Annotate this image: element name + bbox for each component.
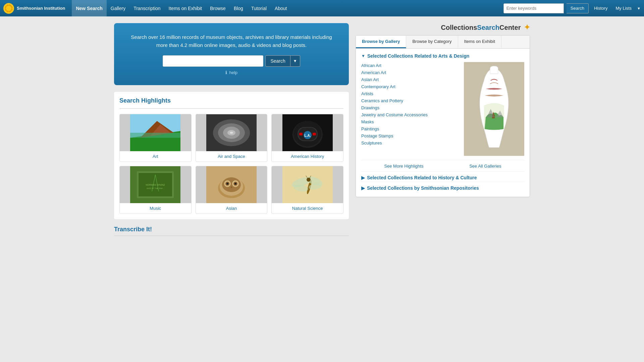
smithsonian-logo-sun — [3, 3, 14, 14]
help-text: help — [229, 70, 238, 75]
highlight-natural-science[interactable]: Natural Science — [271, 166, 343, 214]
nav-browse[interactable]: Browse — [206, 0, 230, 16]
arts-design-links: African Art American Art Asian Art Conte… — [361, 62, 459, 156]
nav-blog[interactable]: Blog — [230, 0, 247, 16]
svg-point-53 — [307, 178, 311, 182]
see-more-highlights-link[interactable]: See More Highlights — [384, 164, 423, 169]
tab-browse-gallery[interactable]: Browse by Gallery — [356, 36, 406, 48]
highlight-asian-image — [196, 166, 267, 203]
link-drawings[interactable]: Drawings — [361, 104, 459, 111]
left-panel: Search over 16 million records of museum… — [114, 23, 349, 236]
nav-search-input[interactable] — [503, 3, 564, 13]
repositories-arrow: ▶ — [361, 185, 365, 191]
search-row: Search ▼ — [127, 55, 335, 67]
repositories-section: ▶ Selected Collections by Smithsonian Re… — [361, 182, 524, 192]
csc-search-text: Search — [477, 24, 499, 31]
tab-items-on-exhibit[interactable]: Items on Exhibit — [458, 36, 502, 48]
svg-rect-28 — [313, 133, 316, 135]
link-postage-stamps[interactable]: Postage Stamps — [361, 132, 459, 139]
transcribe-title: Transcribe It! — [114, 226, 349, 233]
link-african-art[interactable]: African Art — [361, 62, 459, 69]
highlight-asian[interactable]: Asian — [196, 166, 268, 214]
nav-history-link[interactable]: History — [591, 6, 610, 11]
arts-design-section: ▼ Selected Collections Related to Arts &… — [361, 53, 524, 169]
nav-tutorial[interactable]: Tutorial — [247, 0, 271, 16]
svg-text:L.A.: L.A. — [304, 134, 311, 137]
arts-design-image — [464, 62, 524, 156]
history-culture-title: Selected Collections Related to History … — [367, 175, 477, 180]
csc-collections-text: Collections — [441, 24, 477, 31]
nav-about[interactable]: About — [271, 0, 291, 16]
arts-design-title: Selected Collections Related to Arts & D… — [367, 53, 469, 59]
highlight-art-label: Art — [150, 151, 161, 162]
search-dropdown-button[interactable]: ▼ — [290, 55, 300, 67]
arts-design-body: African Art American Art Asian Art Conte… — [361, 62, 524, 156]
nav-items-on-exhibit[interactable]: Items on Exhibit — [165, 0, 206, 16]
transcribe-divider — [114, 236, 349, 236]
main-search-button[interactable]: Search — [265, 55, 290, 67]
main-search-input[interactable] — [163, 55, 263, 67]
nav-gallery[interactable]: Gallery — [107, 0, 129, 16]
link-masks[interactable]: Masks — [361, 118, 459, 125]
svg-rect-27 — [299, 133, 303, 135]
right-panel: CollectionsSearchCenter ✦ Browse by Gall… — [356, 23, 530, 236]
csc-star-icon: ✦ — [524, 23, 530, 32]
see-links: See More Highlights See All Galleries — [361, 160, 524, 169]
highlights-grid: Art Air and Space — [119, 114, 343, 214]
tab-browse-category[interactable]: Browse by Category — [406, 36, 458, 48]
highlight-american-history-image: L.A. — [272, 114, 343, 151]
history-culture-section: ▶ Selected Collections Related to Histor… — [361, 171, 524, 182]
repositories-title: Selected Collections by Smithsonian Repo… — [367, 185, 479, 191]
see-all-galleries-link[interactable]: See All Galleries — [469, 164, 501, 169]
highlight-natural-science-image — [272, 166, 343, 203]
highlights-divider — [119, 108, 343, 109]
svg-point-45 — [234, 183, 236, 185]
nav-search-button[interactable]: Search — [567, 3, 589, 13]
highlight-air-label: Air and Space — [215, 151, 248, 162]
nav-new-search[interactable]: New Search — [72, 0, 106, 16]
link-artists[interactable]: Artists — [361, 90, 459, 97]
arts-design-header[interactable]: ▼ Selected Collections Related to Arts &… — [361, 53, 524, 59]
help-link[interactable]: ℹ help — [127, 70, 335, 75]
highlight-music-label: Music — [147, 203, 164, 214]
svg-line-8 — [5, 11, 6, 12]
nav-search-area: Search History My Lists ▼ — [503, 3, 641, 13]
csc-center-text: Center — [499, 24, 521, 31]
svg-line-6 — [11, 11, 12, 12]
transcribe-section: Transcribe It! — [114, 226, 349, 236]
highlight-music[interactable]: NORMAN GRANZ JAZZ AT THE PHI... Music — [119, 166, 192, 214]
link-asian-art[interactable]: Asian Art — [361, 76, 459, 83]
highlight-american-history-label: American History — [288, 151, 327, 162]
nav-my-lists-link[interactable]: My Lists — [613, 6, 634, 11]
history-culture-header[interactable]: ▶ Selected Collections Related to Histor… — [361, 175, 524, 180]
nav-transcription[interactable]: Transcription — [129, 0, 164, 16]
link-american-art[interactable]: American Art — [361, 69, 459, 76]
history-culture-arrow: ▶ — [361, 175, 365, 180]
arts-design-arrow: ▼ — [361, 54, 365, 58]
highlight-american-history[interactable]: L.A. American History — [271, 114, 343, 162]
tabs: Browse by Gallery Browse by Category Ite… — [356, 36, 530, 49]
gallery-content: ▼ Selected Collections Related to Arts &… — [356, 49, 530, 197]
highlight-air-space[interactable]: Air and Space — [196, 114, 268, 162]
help-icon: ℹ — [225, 70, 227, 75]
search-btn-group: Search ▼ — [265, 55, 300, 67]
right-content-panel: Browse by Gallery Browse by Category Ite… — [356, 35, 530, 197]
svg-point-0 — [6, 6, 11, 11]
highlight-art[interactable]: Art — [119, 114, 192, 162]
svg-line-5 — [5, 5, 6, 6]
link-jewelry[interactable]: Jewelry and Costume Accessories — [361, 111, 459, 118]
link-contemporary-art[interactable]: Contemporary Art — [361, 83, 459, 90]
highlights-title: Search Highlights — [119, 97, 343, 104]
repositories-header[interactable]: ▶ Selected Collections by Smithsonian Re… — [361, 185, 524, 191]
search-description: Search over 16 million records of museum… — [127, 33, 335, 49]
logo-text: Smithsonian Institution — [17, 6, 65, 11]
right-logo: CollectionsSearchCenter ✦ — [356, 23, 530, 32]
svg-text:JAZZ AT THE PHI...: JAZZ AT THE PHI... — [147, 187, 164, 189]
svg-text:NORMAN GRANZ: NORMAN GRANZ — [146, 184, 165, 186]
svg-rect-13 — [130, 133, 180, 138]
link-paintings[interactable]: Paintings — [361, 125, 459, 132]
highlights-section: Search Highlights Art — [114, 92, 349, 219]
link-ceramics[interactable]: Ceramics and Pottery — [361, 97, 459, 104]
link-sculptures[interactable]: Sculptures — [361, 139, 459, 146]
main-content: Search over 16 million records of museum… — [107, 23, 537, 236]
